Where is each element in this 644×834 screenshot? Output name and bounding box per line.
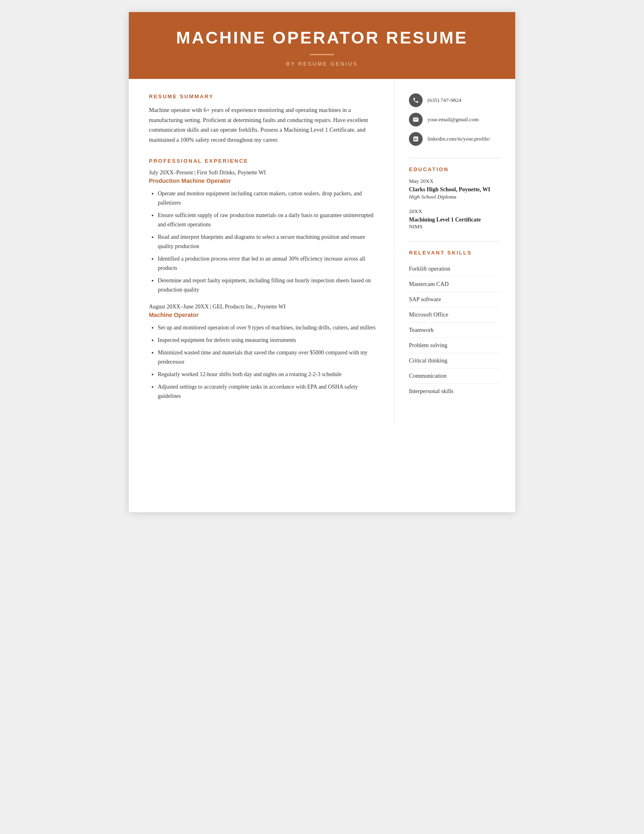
experience-section: PROFESSIONAL EXPERIENCE July 20XX–Presen… [149,158,378,401]
email-contact: your.email@gmail.com [409,113,501,126]
skill-item: Interpersonal skills [409,384,501,399]
email-icon [409,113,423,126]
list-item: Minimized wasted time and materials that… [158,348,378,366]
education-heading: EDUCATION [409,166,501,172]
resume-body: RESUME SUMMARY Machine operator with 6+ … [129,79,515,426]
edu-1-date: May 20XX [409,178,501,184]
contact-section: (635) 747-9824 your.email@gmail.com [409,93,501,146]
job-2-dates: August 20XX–June 20XX | GEL Products Inc… [149,304,378,310]
job-2-bullets: Set up and monitored operation of over 9… [149,323,378,401]
edu-entry-2: 20XX Machining Level 1 Certificate NIMS [409,208,501,230]
skills-heading: RELEVANT SKILLS [409,250,501,256]
skill-item: Critical thinking [409,353,501,368]
linkedin-svg [413,136,419,142]
skill-item: Mastercam CAD [409,277,501,292]
resume-title: MACHINE OPERATOR RESUME [153,28,491,48]
email-svg [413,116,419,123]
education-section: EDUCATION May 20XX Clarks High School, P… [409,166,501,230]
job-1: July 20XX–Present | First Soft Drinks, P… [149,170,378,295]
summary-heading: RESUME SUMMARY [149,93,378,99]
phone-svg [413,97,419,103]
job-1-dates: July 20XX–Present | First Soft Drinks, P… [149,170,378,176]
divider-1 [409,158,501,158]
list-item: Regularly worked 12-hour shifts both day… [158,370,378,379]
linkedin-contact: linkedin.com/in/your.profile/ [409,132,501,146]
list-item: Determine and report faulty equipment, i… [158,276,378,294]
job-1-title: Production Machine Operator [149,178,378,184]
edu-2-school: Machining Level 1 Certificate [409,216,501,224]
summary-text: Machine operator with 6+ years of experi… [149,105,378,145]
linkedin-icon [409,132,423,146]
skill-item: Microsoft Office [409,307,501,323]
email-text: your.email@gmail.com [427,116,479,123]
phone-text: (635) 747-9824 [427,97,461,103]
edu-2-org: NIMS [409,224,501,230]
list-item: Operate and monitor equipment including … [158,189,378,207]
right-column: (635) 747-9824 your.email@gmail.com [394,79,515,426]
job-1-bullets: Operate and monitor equipment including … [149,189,378,295]
list-item: Read and interpret blueprints and diagra… [158,232,378,251]
linkedin-text: linkedin.com/in/your.profile/ [427,136,490,142]
list-item: Inspected equipment for defects using me… [158,335,378,345]
edu-entry-1: May 20XX Clarks High School, Poynette, W… [409,178,501,200]
phone-icon [409,93,423,107]
skill-item: Forklift operation [409,261,501,277]
edu-1-school: Clarks High School, Poynette, WI [409,186,501,194]
skills-section: RELEVANT SKILLS Forklift operation Maste… [409,250,501,399]
skill-item: Problem solving [409,338,501,353]
summary-section: RESUME SUMMARY Machine operator with 6+ … [149,93,378,145]
list-item: Identified a production process error th… [158,254,378,273]
job-2: August 20XX–June 20XX | GEL Products Inc… [149,304,378,401]
list-item: Ensure sufficient supply of raw producti… [158,211,378,229]
edu-1-degree: High School Diploma [409,194,501,200]
header-divider [310,54,334,55]
skill-item: Teamwork [409,323,501,338]
list-item: Adjusted settings to accurately complete… [158,382,378,401]
experience-heading: PROFESSIONAL EXPERIENCE [149,158,378,164]
edu-2-date: 20XX [409,208,501,215]
resume-page: MACHINE OPERATOR RESUME BY RESUME GENIUS… [129,12,515,512]
divider-2 [409,241,501,242]
job-2-title: Machine Operator [149,312,378,318]
left-column: RESUME SUMMARY Machine operator with 6+ … [129,79,394,426]
skill-item: Communication [409,368,501,384]
phone-contact: (635) 747-9824 [409,93,501,107]
skill-item: SAP software [409,292,501,307]
header-subtitle: BY RESUME GENIUS [153,61,491,67]
resume-header: MACHINE OPERATOR RESUME BY RESUME GENIUS [129,12,515,79]
list-item: Set up and monitored operation of over 9… [158,323,378,332]
